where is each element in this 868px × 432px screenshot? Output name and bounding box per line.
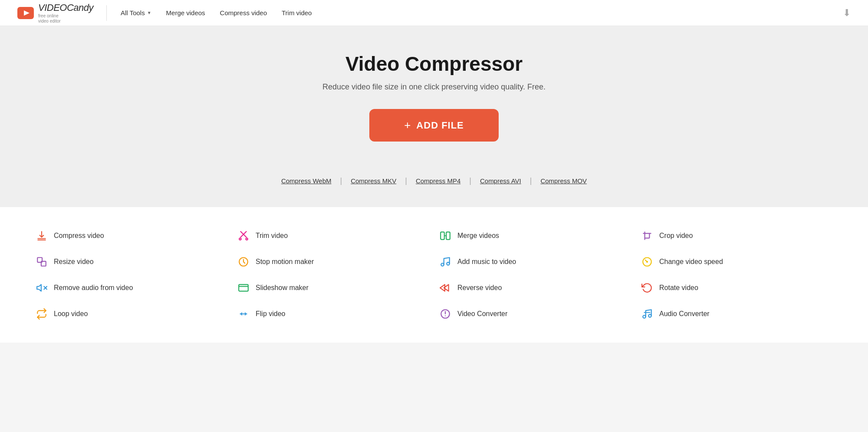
format-link-webm[interactable]: Compress WebM (273, 177, 340, 185)
svg-marker-22 (240, 312, 242, 316)
svg-rect-7 (446, 232, 450, 239)
tool-icon (35, 255, 49, 269)
logo-brand: VIDEOCandy (38, 2, 93, 13)
tool-label: Resize video (54, 258, 94, 266)
nav-compress-video[interactable]: Compress video (215, 6, 272, 20)
tool-item[interactable]: Flip video (237, 307, 430, 321)
format-link-mkv[interactable]: Compress MKV (342, 177, 405, 185)
svg-point-25 (643, 315, 646, 318)
add-file-label: ADD FILE (416, 120, 464, 131)
svg-rect-18 (239, 284, 248, 291)
tool-label: Remove audio from video (54, 284, 133, 292)
tool-label: Change video speed (659, 258, 723, 266)
logo-area[interactable]: VIDEOCandy free online video editor (17, 2, 93, 24)
tool-item[interactable]: Compress video (35, 229, 228, 243)
logo-divider (106, 5, 107, 21)
nav-trim-video[interactable]: Trim video (276, 6, 317, 20)
tool-icon (35, 307, 49, 321)
tool-label: Crop video (659, 232, 693, 240)
download-icon[interactable]: ⬇ (843, 7, 851, 19)
format-link-mp4[interactable]: Compress MP4 (407, 177, 469, 185)
add-file-plus-icon: + (404, 119, 411, 132)
tool-label: Compress video (54, 232, 104, 240)
tool-icon (640, 281, 654, 295)
svg-point-26 (648, 314, 651, 317)
page-title: Video Compressor (9, 52, 859, 76)
tool-label: Add music to video (457, 258, 516, 266)
tool-label: Merge videos (457, 232, 499, 240)
logo-icon (17, 7, 34, 19)
tool-item[interactable]: Slideshow maker (237, 281, 430, 295)
tool-label: Loop video (54, 310, 88, 318)
tool-item[interactable]: Rotate video (640, 281, 833, 295)
tool-item[interactable]: Merge videos (438, 229, 631, 243)
svg-rect-6 (441, 232, 444, 239)
tool-item[interactable]: Resize video (35, 255, 228, 269)
tool-label: Stop motion maker (256, 258, 314, 266)
tool-item[interactable]: Change video speed (640, 255, 833, 269)
format-links-row: Compress WebM | Compress MKV | Compress … (0, 163, 868, 207)
hero-section: Video Compressor Reduce video file size … (0, 26, 868, 163)
tool-icon (237, 255, 250, 269)
page-subtitle: Reduce video file size in one click pres… (9, 82, 859, 92)
logo-tagline: free online video editor (38, 13, 93, 24)
tool-item[interactable]: Video Converter (438, 307, 631, 321)
tool-icon (35, 281, 49, 295)
tools-grid: Compress videoTrim videoMerge videosCrop… (35, 229, 833, 321)
tool-icon (438, 307, 452, 321)
nav-all-tools[interactable]: All Tools ▼ (115, 6, 157, 20)
tool-label: Flip video (256, 310, 285, 318)
nav-merge-videos[interactable]: Merge videos (161, 6, 210, 20)
svg-rect-8 (645, 234, 650, 238)
tool-item[interactable]: Add music to video (438, 255, 631, 269)
svg-point-5 (246, 238, 247, 240)
svg-marker-21 (245, 312, 247, 316)
logo-text: VIDEOCandy free online video editor (38, 2, 93, 24)
svg-point-15 (646, 261, 648, 263)
tool-item[interactable]: Audio Converter (640, 307, 833, 321)
svg-point-13 (447, 262, 450, 265)
tool-icon (35, 229, 49, 243)
tool-item[interactable]: Loop video (35, 307, 228, 321)
nav-arrow-icon: ▼ (147, 10, 151, 15)
tool-icon (438, 255, 452, 269)
tool-item[interactable]: Crop video (640, 229, 833, 243)
tool-icon (438, 281, 452, 295)
tool-label: Video Converter (457, 310, 507, 318)
tool-icon (237, 281, 250, 295)
tool-item[interactable]: Trim video (237, 229, 430, 243)
tools-section: Compress videoTrim videoMerge videosCrop… (0, 207, 868, 343)
header: VIDEOCandy free online video editor All … (0, 0, 868, 26)
tool-icon (237, 229, 250, 243)
format-link-avi[interactable]: Compress AVI (471, 177, 530, 185)
tool-icon (237, 307, 250, 321)
format-link-mov[interactable]: Compress MOV (532, 177, 595, 185)
tool-icon (640, 255, 654, 269)
tool-label: Audio Converter (659, 310, 710, 318)
nav: All Tools ▼ Merge videos Compress video … (115, 6, 843, 20)
tool-label: Trim video (256, 232, 288, 240)
tool-item[interactable]: Remove audio from video (35, 281, 228, 295)
tool-icon (640, 229, 654, 243)
add-file-button[interactable]: + ADD FILE (369, 109, 499, 142)
svg-point-24 (445, 315, 446, 316)
tool-label: Rotate video (659, 284, 698, 292)
tool-icon (438, 229, 452, 243)
tool-item[interactable]: Stop motion maker (237, 255, 430, 269)
tool-item[interactable]: Reverse video (438, 281, 631, 295)
tool-icon (640, 307, 654, 321)
tool-label: Slideshow maker (256, 284, 309, 292)
svg-point-12 (441, 263, 444, 266)
tool-label: Reverse video (457, 284, 502, 292)
svg-point-4 (239, 238, 241, 240)
